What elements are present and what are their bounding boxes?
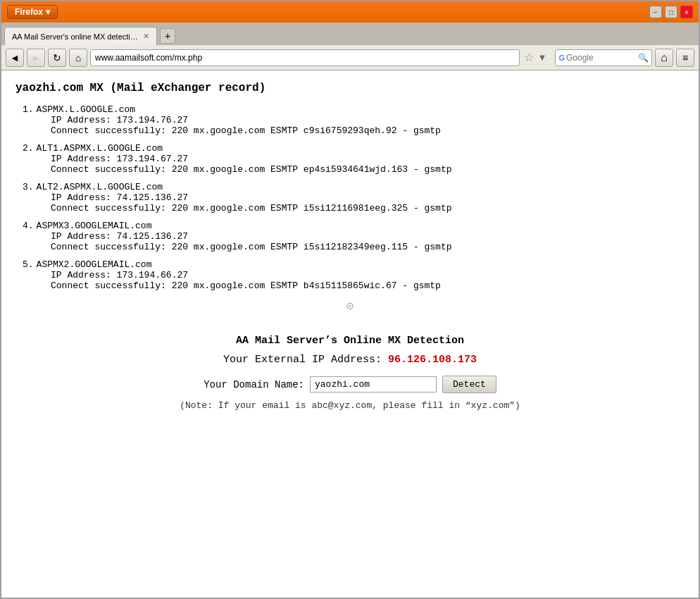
url-bar[interactable]: [90, 49, 520, 66]
mx-connect: Connect successfully: 220 mx.google.com …: [51, 203, 452, 214]
browser-window: Firefox ▾ − □ × AA Mail Server's online …: [0, 0, 700, 599]
mx-connect: Connect successfully: 220 mx.google.com …: [51, 242, 452, 252]
mx-record-item: 3.ALT2.ASPMX.L.GOOGLE.com IP Address: 74…: [23, 182, 685, 214]
home2-button[interactable]: ⌂: [655, 49, 673, 67]
mx-record-number: 5.: [23, 259, 34, 270]
mx-host: ASPMX2.GOOGLEMAIL.com: [37, 259, 152, 270]
refresh-icon: ↻: [53, 52, 61, 63]
mx-host: ALT2.ASPMX.L.GOOGLE.com: [37, 182, 163, 192]
bookmark-icon[interactable]: ☆: [523, 51, 535, 64]
page-content: yaozhi.com MX (Mail eXchanger record) 1.…: [1, 70, 699, 598]
mx-connect: Connect successfully: 220 mx.google.com …: [51, 164, 452, 175]
mx-ip: IP Address: 74.125.136.27: [51, 231, 188, 242]
mx-connect: Connect successfully: 220 mx.google.com …: [51, 280, 441, 291]
mx-record-item: 1.ASPMX.L.GOOGLE.com IP Address: 173.194…: [23, 104, 685, 136]
mx-record-number: 2.: [23, 143, 34, 154]
active-tab[interactable]: AA Mail Server's online MX detection ✕: [4, 27, 157, 45]
detect-button[interactable]: Detect: [442, 376, 496, 393]
menu-button[interactable]: ≡: [676, 49, 694, 67]
tab-bar: AA Mail Server's online MX detection ✕ +: [1, 23, 699, 45]
restore-button[interactable]: □: [665, 6, 677, 18]
mx-records-list: 1.ASPMX.L.GOOGLE.com IP Address: 173.194…: [23, 104, 685, 291]
back-button[interactable]: ◄: [6, 49, 24, 67]
nav-bar: ◄ ► ↻ ⌂ ☆ ▼ G 🔍 ⌂ ≡: [1, 45, 699, 70]
refresh-button[interactable]: ↻: [48, 49, 66, 67]
search-icon[interactable]: 🔍: [638, 53, 649, 63]
mx-record-item: 2.ALT1.ASPMX.L.GOOGLE.com IP Address: 17…: [23, 143, 685, 175]
search-bar: G 🔍: [555, 49, 652, 66]
new-tab-button[interactable]: +: [160, 28, 175, 44]
ip-label: Your External IP Address:: [223, 354, 382, 366]
rss-icon[interactable]: ▼: [538, 52, 547, 63]
domain-form: Your Domain Name: Detect: [15, 376, 685, 393]
mx-record-item: 4.ASPMX3.GOOGLEMAIL.com IP Address: 74.1…: [23, 221, 685, 252]
mx-host: ASPMX.L.GOOGLE.com: [37, 104, 135, 115]
tab-label: AA Mail Server's online MX detection: [12, 32, 139, 41]
mx-ip: IP Address: 173.194.67.27: [51, 154, 188, 164]
note-text: (Note: If your email is abc@xyz.com, ple…: [15, 400, 685, 411]
close-button[interactable]: ×: [680, 6, 693, 18]
mx-record-number: 4.: [23, 221, 34, 231]
mx-connect: Connect successfully: 220 mx.google.com …: [51, 125, 441, 136]
mx-host: ASPMX3.GOOGLEMAIL.com: [37, 221, 152, 231]
google-logo: G: [558, 54, 565, 62]
firefox-button[interactable]: Firefox ▾: [7, 5, 58, 19]
search-input[interactable]: [566, 53, 637, 63]
back-icon: ◄: [10, 52, 20, 63]
mx-record-number: 3.: [23, 182, 34, 192]
domain-label: Your Domain Name:: [204, 379, 304, 390]
page-title: yaozhi.com MX (Mail eXchanger record): [15, 82, 685, 94]
bottom-section: AA Mail Server’s Online MX Detection You…: [15, 335, 685, 411]
bottom-title: AA Mail Server’s Online MX Detection: [15, 335, 685, 347]
mx-ip: IP Address: 173.194.76.27: [51, 115, 188, 125]
tab-close-icon[interactable]: ✕: [143, 32, 149, 41]
home-icon: ⌂: [75, 52, 81, 63]
mx-host: ALT1.ASPMX.L.GOOGLE.com: [37, 143, 163, 154]
ip-address: 96.126.108.173: [388, 354, 477, 366]
title-bar-left: Firefox ▾: [7, 5, 58, 19]
mx-ip: IP Address: 173.194.66.27: [51, 270, 188, 280]
firefox-label: Firefox: [15, 7, 43, 17]
forward-icon: ►: [31, 52, 41, 63]
forward-button[interactable]: ►: [27, 49, 45, 67]
mx-record-item: 5.ASPMX2.GOOGLEMAIL.com IP Address: 173.…: [23, 259, 685, 291]
dropdown-arrow-icon: ▾: [46, 7, 50, 17]
ip-line: Your External IP Address: 96.126.108.173: [15, 354, 685, 366]
home-button[interactable]: ⌂: [69, 49, 87, 67]
domain-input[interactable]: [310, 376, 437, 393]
minimize-button[interactable]: −: [649, 6, 662, 18]
mx-ip: IP Address: 74.125.136.27: [51, 192, 188, 203]
loading-icon: ⊙: [15, 298, 685, 314]
mx-record-number: 1.: [23, 104, 34, 115]
title-bar: Firefox ▾ − □ ×: [1, 1, 699, 23]
title-bar-controls: − □ ×: [649, 6, 693, 18]
